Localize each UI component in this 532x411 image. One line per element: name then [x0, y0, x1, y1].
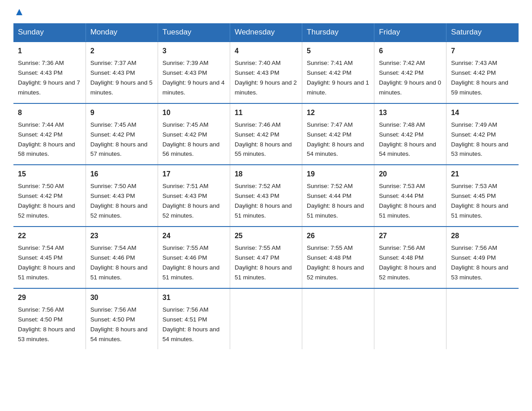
day-info: Sunrise: 7:40 AMSunset: 4:43 PMDaylight:… [235, 60, 297, 96]
calendar-week-row: 22 Sunrise: 7:54 AMSunset: 4:45 PMDaylig… [13, 227, 519, 288]
calendar-cell: 22 Sunrise: 7:54 AMSunset: 4:45 PMDaylig… [13, 227, 86, 288]
day-info: Sunrise: 7:55 AMSunset: 4:48 PMDaylight:… [307, 244, 364, 281]
day-info: Sunrise: 7:42 AMSunset: 4:42 PMDaylight:… [379, 60, 441, 96]
day-info: Sunrise: 7:54 AMSunset: 4:46 PMDaylight:… [90, 244, 148, 281]
day-info: Sunrise: 7:51 AMSunset: 4:43 PMDaylight:… [163, 183, 220, 219]
day-number: 7 [451, 46, 514, 56]
day-info: Sunrise: 7:37 AMSunset: 4:43 PMDaylight:… [90, 60, 153, 96]
calendar-cell: 21 Sunrise: 7:53 AMSunset: 4:45 PMDaylig… [446, 165, 519, 227]
calendar-cell: 4 Sunrise: 7:40 AMSunset: 4:43 PMDayligh… [230, 42, 302, 103]
day-number: 27 [379, 231, 442, 241]
calendar-cell: 8 Sunrise: 7:44 AMSunset: 4:42 PMDayligh… [13, 103, 86, 165]
weekday-header-sunday: Sunday [13, 23, 86, 42]
weekday-header-wednesday: Wednesday [230, 23, 302, 42]
calendar-week-row: 15 Sunrise: 7:50 AMSunset: 4:42 PMDaylig… [13, 165, 519, 227]
day-info: Sunrise: 7:50 AMSunset: 4:42 PMDaylight:… [18, 183, 75, 219]
calendar-cell: 13 Sunrise: 7:48 AMSunset: 4:42 PMDaylig… [374, 103, 446, 165]
day-info: Sunrise: 7:46 AMSunset: 4:42 PMDaylight:… [235, 121, 292, 158]
day-info: Sunrise: 7:39 AMSunset: 4:43 PMDaylight:… [163, 60, 225, 96]
day-info: Sunrise: 7:54 AMSunset: 4:45 PMDaylight:… [18, 244, 75, 281]
day-info: Sunrise: 7:36 AMSunset: 4:43 PMDaylight:… [18, 60, 80, 96]
day-number: 26 [307, 231, 369, 241]
calendar-week-row: 1 Sunrise: 7:36 AMSunset: 4:43 PMDayligh… [13, 42, 519, 103]
weekday-header-row: SundayMondayTuesdayWednesdayThursdayFrid… [13, 23, 519, 42]
day-number: 4 [235, 46, 297, 56]
day-number: 31 [163, 292, 225, 303]
day-info: Sunrise: 7:56 AMSunset: 4:48 PMDaylight:… [379, 244, 436, 281]
calendar-cell: 23 Sunrise: 7:54 AMSunset: 4:46 PMDaylig… [86, 227, 158, 288]
weekday-header-tuesday: Tuesday [158, 23, 230, 42]
day-info: Sunrise: 7:56 AMSunset: 4:50 PMDaylight:… [18, 306, 75, 342]
calendar-cell: 3 Sunrise: 7:39 AMSunset: 4:43 PMDayligh… [158, 42, 230, 103]
day-info: Sunrise: 7:52 AMSunset: 4:44 PMDaylight:… [307, 183, 364, 219]
calendar-week-row: 8 Sunrise: 7:44 AMSunset: 4:42 PMDayligh… [13, 103, 519, 165]
calendar-cell: 14 Sunrise: 7:49 AMSunset: 4:42 PMDaylig… [446, 103, 519, 165]
day-info: Sunrise: 7:50 AMSunset: 4:43 PMDaylight:… [90, 183, 148, 219]
day-info: Sunrise: 7:48 AMSunset: 4:42 PMDaylight:… [379, 121, 436, 158]
calendar-cell: 7 Sunrise: 7:43 AMSunset: 4:42 PMDayligh… [446, 42, 519, 103]
day-number: 17 [163, 169, 225, 180]
day-info: Sunrise: 7:41 AMSunset: 4:42 PMDaylight:… [307, 60, 369, 96]
svg-marker-0 [16, 9, 22, 15]
weekday-header-saturday: Saturday [446, 23, 519, 42]
weekday-header-monday: Monday [86, 23, 158, 42]
day-number: 28 [451, 231, 514, 241]
calendar-cell: 15 Sunrise: 7:50 AMSunset: 4:42 PMDaylig… [13, 165, 86, 227]
calendar-cell: 18 Sunrise: 7:52 AMSunset: 4:43 PMDaylig… [230, 165, 302, 227]
day-number: 20 [379, 169, 442, 180]
day-info: Sunrise: 7:43 AMSunset: 4:42 PMDaylight:… [451, 60, 508, 96]
calendar-week-row: 29 Sunrise: 7:56 AMSunset: 4:50 PMDaylig… [13, 288, 519, 350]
day-info: Sunrise: 7:44 AMSunset: 4:42 PMDaylight:… [18, 121, 75, 158]
weekday-header-friday: Friday [374, 23, 446, 42]
day-number: 2 [90, 46, 153, 56]
weekday-header-thursday: Thursday [302, 23, 374, 42]
day-number: 14 [451, 107, 514, 118]
day-number: 11 [235, 107, 297, 118]
day-number: 15 [18, 169, 81, 180]
day-info: Sunrise: 7:52 AMSunset: 4:43 PMDaylight:… [235, 183, 292, 219]
day-number: 29 [18, 292, 81, 303]
day-number: 13 [379, 107, 442, 118]
day-number: 10 [163, 107, 225, 118]
calendar-cell: 11 Sunrise: 7:46 AMSunset: 4:42 PMDaylig… [230, 103, 302, 165]
calendar-cell: 31 Sunrise: 7:56 AMSunset: 4:51 PMDaylig… [158, 288, 230, 350]
day-info: Sunrise: 7:49 AMSunset: 4:42 PMDaylight:… [451, 121, 508, 158]
day-number: 30 [90, 292, 153, 303]
day-info: Sunrise: 7:45 AMSunset: 4:42 PMDaylight:… [90, 121, 148, 158]
calendar-cell: 1 Sunrise: 7:36 AMSunset: 4:43 PMDayligh… [13, 42, 86, 103]
day-number: 3 [163, 46, 225, 56]
calendar-table: SundayMondayTuesdayWednesdayThursdayFrid… [13, 23, 519, 349]
day-info: Sunrise: 7:55 AMSunset: 4:46 PMDaylight:… [163, 244, 220, 281]
day-number: 12 [307, 107, 369, 118]
calendar-cell: 6 Sunrise: 7:42 AMSunset: 4:42 PMDayligh… [374, 42, 446, 103]
day-number: 6 [379, 46, 442, 56]
calendar-cell: 12 Sunrise: 7:47 AMSunset: 4:42 PMDaylig… [302, 103, 374, 165]
logo-triangle-icon [14, 7, 24, 17]
calendar-header: SundayMondayTuesdayWednesdayThursdayFrid… [13, 23, 519, 42]
day-number: 25 [235, 231, 297, 241]
day-info: Sunrise: 7:55 AMSunset: 4:47 PMDaylight:… [235, 244, 292, 281]
calendar-cell: 19 Sunrise: 7:52 AMSunset: 4:44 PMDaylig… [302, 165, 374, 227]
day-info: Sunrise: 7:56 AMSunset: 4:51 PMDaylight:… [163, 306, 220, 342]
day-number: 23 [90, 231, 153, 241]
page-header [13, 9, 519, 15]
calendar-cell: 27 Sunrise: 7:56 AMSunset: 4:48 PMDaylig… [374, 227, 446, 288]
day-number: 19 [307, 169, 369, 180]
calendar-cell [230, 288, 302, 350]
calendar-body: 1 Sunrise: 7:36 AMSunset: 4:43 PMDayligh… [13, 42, 519, 349]
day-number: 8 [18, 107, 81, 118]
calendar-cell [446, 288, 519, 350]
calendar-cell: 16 Sunrise: 7:50 AMSunset: 4:43 PMDaylig… [86, 165, 158, 227]
day-info: Sunrise: 7:53 AMSunset: 4:45 PMDaylight:… [451, 183, 508, 219]
calendar-cell: 25 Sunrise: 7:55 AMSunset: 4:47 PMDaylig… [230, 227, 302, 288]
calendar-cell: 30 Sunrise: 7:56 AMSunset: 4:50 PMDaylig… [86, 288, 158, 350]
calendar-cell: 9 Sunrise: 7:45 AMSunset: 4:42 PMDayligh… [86, 103, 158, 165]
day-number: 16 [90, 169, 153, 180]
day-number: 21 [451, 169, 514, 180]
calendar-cell: 2 Sunrise: 7:37 AMSunset: 4:43 PMDayligh… [86, 42, 158, 103]
day-number: 9 [90, 107, 153, 118]
day-number: 22 [18, 231, 81, 241]
day-info: Sunrise: 7:53 AMSunset: 4:44 PMDaylight:… [379, 183, 436, 219]
calendar-cell: 29 Sunrise: 7:56 AMSunset: 4:50 PMDaylig… [13, 288, 86, 350]
day-info: Sunrise: 7:56 AMSunset: 4:49 PMDaylight:… [451, 244, 508, 281]
